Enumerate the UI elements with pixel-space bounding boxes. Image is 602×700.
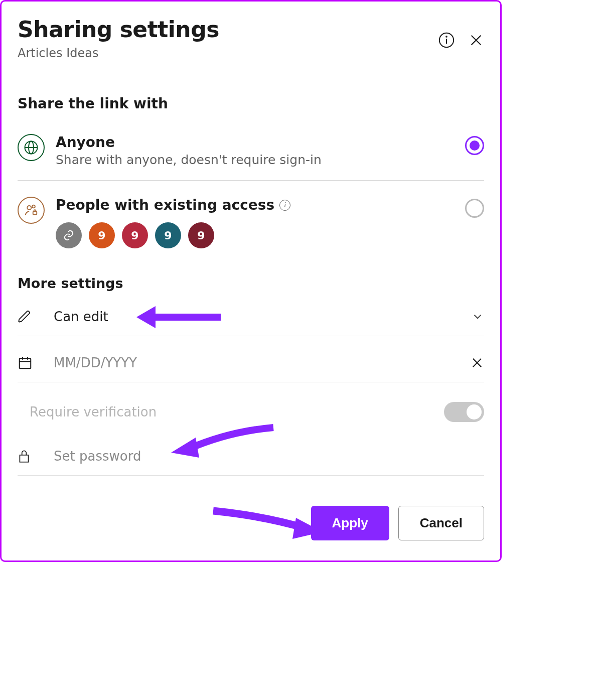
permission-value: Can edit bbox=[54, 309, 471, 324]
info-small-icon[interactable]: i bbox=[279, 200, 290, 211]
cancel-button[interactable]: Cancel bbox=[398, 506, 484, 540]
svg-point-8 bbox=[27, 206, 31, 210]
dialog-header: Sharing settings Articles Ideas bbox=[18, 17, 484, 60]
pencil-icon bbox=[18, 310, 36, 324]
require-verification-row: Require verification bbox=[18, 392, 484, 432]
share-option-anyone[interactable]: Anyone Share with anyone, doesn't requir… bbox=[18, 130, 484, 178]
close-icon[interactable] bbox=[468, 32, 484, 50]
more-settings-label: More settings bbox=[18, 275, 484, 291]
password-placeholder: Set password bbox=[54, 449, 484, 464]
people-lock-icon bbox=[18, 197, 45, 224]
existing-access-avatars: 9 9 9 9 bbox=[56, 222, 484, 248]
annotation-arrow bbox=[208, 501, 324, 546]
info-icon[interactable] bbox=[438, 32, 455, 50]
svg-rect-20 bbox=[20, 455, 28, 462]
apply-button[interactable]: Apply bbox=[311, 506, 389, 540]
share-section-label: Share the link with bbox=[18, 95, 484, 112]
avatar-link-icon[interactable] bbox=[56, 222, 82, 248]
dialog-subtitle: Articles Ideas bbox=[18, 46, 438, 60]
sharing-settings-dialog: Sharing settings Articles Ideas Share th… bbox=[0, 0, 502, 562]
avatar-2[interactable]: 9 bbox=[122, 222, 148, 248]
share-option-existing[interactable]: People with existing access i 9 9 9 9 bbox=[18, 193, 484, 253]
clear-date-icon[interactable] bbox=[470, 356, 484, 370]
verify-label: Require verification bbox=[30, 404, 444, 419]
dialog-buttons: Apply Cancel bbox=[18, 506, 484, 540]
lock-icon bbox=[18, 449, 36, 464]
option-existing-title: People with existing access bbox=[56, 197, 274, 213]
svg-point-2 bbox=[446, 36, 447, 37]
permission-dropdown[interactable]: Can edit bbox=[18, 297, 484, 336]
verify-toggle[interactable] bbox=[444, 402, 484, 422]
svg-rect-11 bbox=[20, 358, 31, 368]
divider bbox=[18, 180, 484, 181]
globe-icon bbox=[18, 134, 45, 161]
date-placeholder: MM/DD/YYYY bbox=[54, 355, 470, 370]
option-anyone-title: Anyone bbox=[56, 134, 484, 151]
dialog-title: Sharing settings bbox=[18, 17, 438, 42]
calendar-icon bbox=[18, 355, 36, 370]
avatar-1[interactable]: 9 bbox=[89, 222, 115, 248]
option-anyone-subtitle: Share with anyone, doesn't require sign-… bbox=[56, 153, 484, 167]
radio-anyone[interactable] bbox=[465, 136, 484, 155]
expiration-date-input[interactable]: MM/DD/YYYY bbox=[18, 343, 484, 382]
password-input[interactable]: Set password bbox=[18, 437, 484, 476]
avatar-3[interactable]: 9 bbox=[155, 222, 181, 248]
svg-point-9 bbox=[32, 205, 35, 208]
svg-rect-10 bbox=[33, 212, 37, 215]
avatar-4[interactable]: 9 bbox=[188, 222, 214, 248]
chevron-down-icon bbox=[471, 310, 484, 323]
radio-existing[interactable] bbox=[465, 199, 484, 218]
